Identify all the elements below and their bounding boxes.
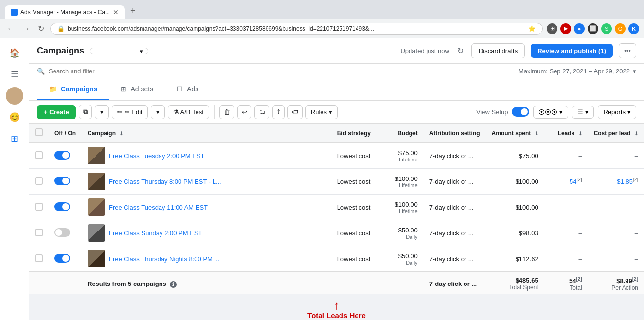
campaigns-dropdown[interactable] xyxy=(90,48,148,54)
summary-info-icon[interactable]: ℹ xyxy=(170,281,177,288)
sidebar-avatar[interactable] xyxy=(6,87,23,105)
user-avatar[interactable]: K xyxy=(628,23,639,34)
address-bar[interactable]: 🔒 business.facebook.com/adsmanager/manag… xyxy=(50,23,543,35)
row4-campaign-cell: Free Class Sunday 2:00 PM EST xyxy=(82,220,331,246)
layout-view-button[interactable]: ☰ ▾ xyxy=(572,106,594,119)
tab-adsets[interactable]: ⊞ Ad sets xyxy=(109,79,165,100)
extension-icon-1[interactable]: ⊞ xyxy=(547,23,557,34)
row5-campaign-link[interactable]: Free Class Thursday Nights 8:00 PM ... xyxy=(109,255,219,263)
row1-checkbox-cell xyxy=(29,143,49,169)
date-range-picker[interactable]: Maximum: Sep 27, 2021 – Apr 29, 2022 ▾ xyxy=(519,68,636,75)
row1-toggle[interactable] xyxy=(54,151,70,160)
active-tab[interactable]: Ads Manager - Manage ads - Ca... ✕ xyxy=(5,5,125,19)
row4-checkbox[interactable] xyxy=(35,229,43,236)
row4-budget-cell: $50.00 Daily xyxy=(380,220,424,246)
row5-toggle[interactable] xyxy=(54,254,70,263)
row2-checkbox[interactable] xyxy=(35,177,43,185)
layout-icon: ☰ xyxy=(577,108,583,116)
amount-sort-icon[interactable]: ⬇ xyxy=(535,131,538,136)
extension-icon-5[interactable]: S xyxy=(601,23,612,34)
row2-campaign-link[interactable]: Free Class Thursday 8:00 PM EST - L... xyxy=(109,178,221,185)
nav-tabs: 📁 Campaigns ⊞ Ad sets ☐ Ads xyxy=(29,79,644,101)
extension-icon-3[interactable]: ● xyxy=(574,23,585,34)
row3-campaign-link[interactable]: Free Class Tuesday 11:00 AM EST xyxy=(109,204,208,211)
summary-cpl-cell: $8.99[2] Per Action xyxy=(588,272,644,294)
summary-attribution-cell: 7-day click or ... xyxy=(424,272,486,294)
adsets-tab-icon: ⊞ xyxy=(121,85,126,93)
row5-checkbox[interactable] xyxy=(35,254,43,262)
campaign-sort-icon[interactable]: ⬇ xyxy=(119,131,123,136)
refresh-button[interactable]: ↻ xyxy=(455,44,465,57)
row4-toggle[interactable] xyxy=(54,228,70,237)
th-budget-label: Budget xyxy=(397,130,417,137)
ads-tab-label: Ads xyxy=(187,85,198,93)
tab-favicon xyxy=(11,9,18,16)
columns-view-button[interactable]: ⦿⦿⦿ ▾ xyxy=(533,106,568,119)
row2-leads-cell: 54[2] xyxy=(544,169,588,195)
duplicate-button[interactable]: ⧉ xyxy=(79,105,92,119)
row5-checkbox-cell xyxy=(29,246,49,272)
edit-dropdown-button[interactable]: ▾ xyxy=(151,105,165,119)
campaigns-table-container: Off / On Campaign ⬇ Bid strategy Budget xyxy=(29,124,644,294)
row2-leads-value[interactable]: 54 xyxy=(570,178,576,186)
row3-checkbox[interactable] xyxy=(35,203,43,211)
extension-icon-6[interactable]: G xyxy=(615,23,626,34)
row2-toggle[interactable] xyxy=(54,177,70,185)
th-attribution: Attribution setting xyxy=(424,124,486,143)
archive-button[interactable]: 🗂 xyxy=(254,105,269,119)
row5-toggle-cell xyxy=(49,246,82,272)
review-publish-button[interactable]: Review and publish (1) xyxy=(531,44,613,58)
tab-close-button[interactable]: ✕ xyxy=(113,8,119,16)
sidebar-emoji-icon[interactable]: 😊 xyxy=(6,108,23,126)
leads-sort-icon[interactable]: ⬇ xyxy=(578,131,582,136)
reports-button[interactable]: Reports ▾ xyxy=(598,105,636,119)
search-input[interactable] xyxy=(49,68,515,75)
back-button[interactable]: ← xyxy=(5,22,17,35)
row1-campaign-link[interactable]: Free Class Tuesday 2:00 PM EST xyxy=(109,152,205,160)
ab-test-button[interactable]: ⚗ A/B Test xyxy=(168,105,209,119)
reload-button[interactable]: ↻ xyxy=(36,22,46,35)
row4-budget-amount: $50.00 xyxy=(386,227,418,234)
adsets-tab-label: Ad sets xyxy=(130,85,153,93)
row4-attribution-cell: 7-day click or ... xyxy=(424,220,486,246)
edit-button[interactable]: ✏ ✏ Edit xyxy=(112,105,148,119)
updated-status: Updated just now xyxy=(400,47,449,54)
rules-button[interactable]: Rules ▾ xyxy=(305,105,338,119)
tab-title: Ads Manager - Manage ads - Ca... xyxy=(20,9,110,16)
extension-icon-4[interactable]: ⬜ xyxy=(588,23,598,34)
annotation-arrow-icon: ↑ xyxy=(29,300,644,311)
row3-toggle[interactable] xyxy=(54,202,70,211)
th-attribution-label: Attribution setting xyxy=(429,130,480,137)
more-options-button[interactable]: ••• xyxy=(619,43,636,58)
ads-tab-icon: ☐ xyxy=(177,85,183,93)
summary-cpl-value: $8.99 xyxy=(616,277,632,284)
export-button[interactable]: ⤴ xyxy=(272,105,285,119)
sidebar-home-icon[interactable]: 🏠 xyxy=(6,44,23,62)
row1-budget-cell: $75.00 Lifetime xyxy=(380,143,424,169)
select-all-checkbox[interactable] xyxy=(35,128,43,136)
row1-attribution-cell: 7-day click or ... xyxy=(424,143,486,169)
forward-button[interactable]: → xyxy=(20,22,32,35)
reports-label: Reports xyxy=(603,108,626,116)
row2-cpl-footnote: [2] xyxy=(633,177,638,182)
summary-amount-value: $485.65 xyxy=(516,277,538,284)
sidebar-menu-icon[interactable]: ☰ xyxy=(6,66,23,83)
dropdown-button[interactable]: ▾ xyxy=(95,105,109,119)
create-button[interactable]: + Create xyxy=(37,105,76,119)
summary-toggle-cell xyxy=(49,272,82,294)
view-setup-toggle[interactable] xyxy=(512,107,529,117)
tab-campaigns[interactable]: 📁 Campaigns xyxy=(37,79,109,100)
tag-button[interactable]: 🏷 xyxy=(287,105,303,119)
row4-campaign-link[interactable]: Free Class Sunday 2:00 PM EST xyxy=(109,230,202,237)
extension-icon-2[interactable]: ▶ xyxy=(560,23,571,34)
row3-thumb xyxy=(88,198,105,216)
discard-drafts-button[interactable]: Discard drafts xyxy=(471,43,525,58)
row1-leads-cell: – xyxy=(544,143,588,169)
cpl-sort-icon[interactable]: ⬇ xyxy=(634,131,638,136)
row1-checkbox[interactable] xyxy=(35,151,43,159)
undo-button[interactable]: ↩ xyxy=(237,105,251,119)
delete-button[interactable]: 🗑 xyxy=(219,105,234,119)
sidebar-grid-icon[interactable]: ⊞ xyxy=(6,130,23,147)
new-tab-button[interactable]: + xyxy=(125,3,141,19)
tab-ads[interactable]: ☐ Ads xyxy=(165,79,210,100)
